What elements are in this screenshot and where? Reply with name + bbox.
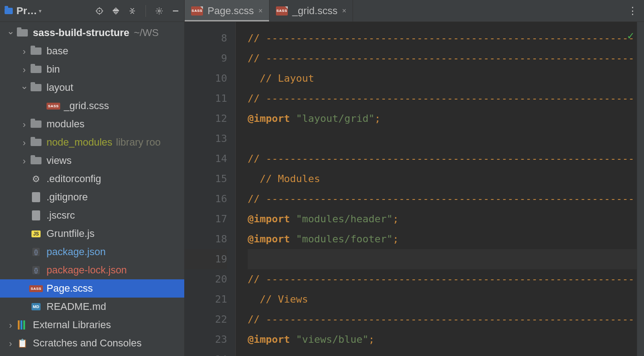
line-number[interactable]: 16 — [185, 189, 227, 209]
line-number[interactable]: 9 — [185, 48, 227, 68]
tree-root[interactable]: sass-build-structure ~/WS — [0, 24, 184, 42]
folder-icon — [29, 64, 43, 75]
top-bar: Pr… ▾ — [0, 0, 644, 22]
line-number[interactable]: 18 — [185, 229, 227, 249]
project-tool-title[interactable]: Pr… — [16, 5, 37, 17]
chevron-right-icon[interactable] — [5, 338, 16, 349]
tree-extra[interactable]: External Libraries — [0, 316, 184, 334]
code-line[interactable]: @import "views/blue"; — [248, 330, 644, 350]
chevron-down-icon[interactable] — [5, 27, 16, 38]
line-number[interactable]: 8 — [185, 28, 227, 48]
line-number[interactable]: 13 — [185, 129, 227, 149]
line-number[interactable]: 21 — [185, 289, 227, 309]
chevron-down-icon[interactable] — [19, 82, 29, 93]
analysis-ok-icon[interactable]: ✓ — [628, 26, 634, 46]
tree-item-hint: library roo — [116, 136, 161, 148]
tree-root-path: ~/WS — [134, 27, 159, 39]
line-number[interactable]: 24 — [185, 350, 227, 356]
code-line[interactable]: @import "layout/grid"; — [248, 109, 644, 129]
line-number[interactable]: 15 — [185, 169, 227, 189]
line-number[interactable]: 20 — [185, 269, 227, 289]
tree-item[interactable]: _grid.scss — [0, 97, 184, 115]
code-line[interactable]: // Layout — [248, 68, 644, 89]
line-number[interactable]: 23 — [185, 330, 227, 350]
target-icon[interactable] — [94, 6, 104, 16]
tree-item[interactable]: package-lock.json — [0, 261, 184, 279]
chevron-right-icon[interactable] — [19, 137, 29, 148]
editor-code[interactable]: // -------------------------------------… — [236, 22, 644, 356]
chevron-right-icon[interactable] — [5, 320, 16, 330]
chevron-right-icon[interactable] — [19, 119, 29, 130]
code-line[interactable]: @import "modules/header"; — [248, 209, 644, 229]
tree-item[interactable]: .editorconfig — [0, 170, 184, 188]
sass-icon — [47, 100, 60, 111]
code-line[interactable] — [248, 129, 644, 149]
tree-root-label: sass-build-structure — [33, 27, 130, 39]
file-icon — [29, 192, 43, 203]
code-line[interactable] — [248, 249, 644, 269]
tab-label: _grid.scss — [292, 5, 338, 17]
line-number[interactable]: 11 — [185, 89, 227, 109]
tree-item-label: Gruntfile.js — [47, 228, 94, 240]
tree-item[interactable]: layout — [0, 79, 184, 97]
tree-item[interactable]: views — [0, 152, 184, 170]
line-number[interactable]: 10 — [185, 68, 227, 89]
code-line[interactable] — [248, 350, 644, 356]
folder-icon — [29, 119, 43, 130]
code-line[interactable]: // -------------------------------------… — [248, 309, 644, 330]
folder-icon — [16, 27, 29, 38]
tab-page-scss[interactable]: Page.scss × — [185, 0, 270, 21]
expand-all-icon[interactable] — [111, 6, 121, 16]
code-line[interactable]: // -------------------------------------… — [248, 89, 644, 109]
code-line[interactable]: // -------------------------------------… — [248, 48, 644, 68]
tree-item-label: bin — [47, 63, 60, 75]
tree-item[interactable]: README.md — [0, 298, 184, 316]
minimize-icon[interactable] — [171, 6, 181, 16]
line-number[interactable]: 14 — [185, 149, 227, 169]
chevron-right-icon[interactable] — [19, 64, 29, 75]
folder-icon — [29, 46, 43, 57]
project-tool-actions — [94, 5, 181, 17]
tree-item-label: base — [47, 45, 68, 57]
chevron-right-icon[interactable] — [19, 46, 29, 57]
tree-extra[interactable]: Scratches and Consoles — [0, 334, 184, 352]
tree-item[interactable]: base — [0, 42, 184, 60]
folder-icon — [29, 155, 43, 166]
tree-item[interactable]: package.json — [0, 243, 184, 261]
chevron-right-icon[interactable] — [19, 156, 29, 166]
tree-item[interactable]: .jscsrc — [0, 206, 184, 225]
tab-grid-scss[interactable]: _grid.scss × — [270, 0, 353, 21]
code-line[interactable]: // Modules — [248, 169, 644, 189]
editor-scrollbar[interactable] — [637, 22, 644, 356]
code-line[interactable]: @import "modules/footer"; — [248, 229, 644, 249]
close-icon[interactable]: × — [259, 7, 263, 15]
tree-item-label: package.json — [47, 246, 106, 258]
separator — [145, 5, 146, 17]
code-line[interactable]: // -------------------------------------… — [248, 269, 644, 289]
tree-item[interactable]: Page.scss — [0, 279, 184, 298]
tree-item[interactable]: .gitignore — [0, 188, 184, 206]
code-line[interactable]: // -------------------------------------… — [248, 189, 644, 209]
tree-item[interactable]: Gruntfile.js — [0, 225, 184, 243]
code-line[interactable]: // -------------------------------------… — [248, 149, 644, 169]
project-tree[interactable]: sass-build-structure ~/WS basebinlayout_… — [0, 22, 185, 356]
collapse-all-icon[interactable] — [127, 6, 137, 16]
line-number[interactable]: 19 — [185, 249, 227, 269]
tree-item[interactable]: node_moduleslibrary roo — [0, 133, 184, 152]
close-icon[interactable]: × — [342, 7, 346, 15]
code-line[interactable]: // -------------------------------------… — [248, 28, 644, 48]
tree-item[interactable]: bin — [0, 60, 184, 79]
tree-item-label: layout — [47, 82, 73, 94]
kebab-icon[interactable]: ⋮ — [628, 5, 638, 17]
code-line[interactable]: // Views — [248, 289, 644, 309]
code-editor[interactable]: 89101112131415161718192021222324 // ----… — [185, 22, 644, 356]
gear-icon[interactable] — [154, 6, 164, 16]
line-number[interactable]: 12 — [185, 109, 227, 129]
tree-item[interactable]: modules — [0, 115, 184, 133]
tree-extra-label: Scratches and Consoles — [33, 337, 141, 349]
tree-item-label: package-lock.json — [47, 264, 127, 276]
line-number[interactable]: 17 — [185, 209, 227, 229]
line-number[interactable]: 22 — [185, 309, 227, 330]
chevron-down-icon[interactable]: ▾ — [39, 8, 42, 14]
json-icon — [29, 246, 43, 257]
